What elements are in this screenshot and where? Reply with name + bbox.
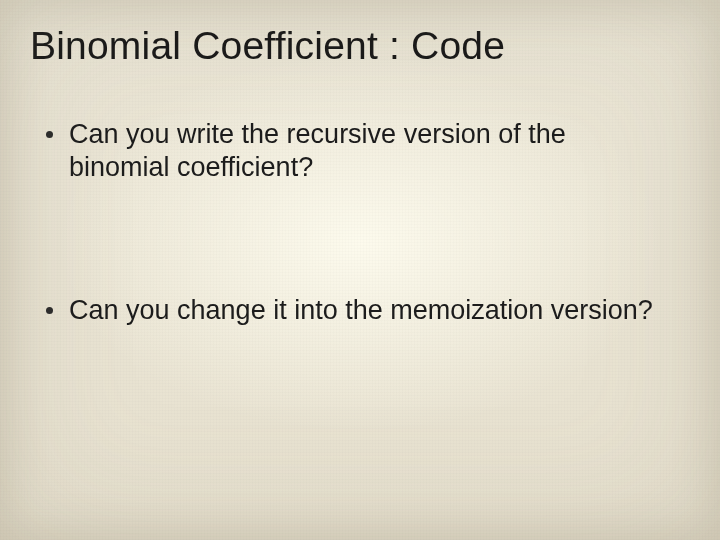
slide-title: Binomial Coefficient : Code bbox=[30, 24, 505, 68]
bullet-icon bbox=[46, 307, 53, 314]
bullet-text: Can you write the recursive version of t… bbox=[69, 118, 660, 184]
bullet-icon bbox=[46, 131, 53, 138]
list-item: Can you write the recursive version of t… bbox=[46, 118, 660, 184]
slide: Binomial Coefficient : Code Can you writ… bbox=[0, 0, 720, 540]
slide-body: Can you write the recursive version of t… bbox=[46, 118, 660, 327]
list-item: Can you change it into the memoization v… bbox=[46, 294, 660, 327]
bullet-text: Can you change it into the memoization v… bbox=[69, 294, 660, 327]
